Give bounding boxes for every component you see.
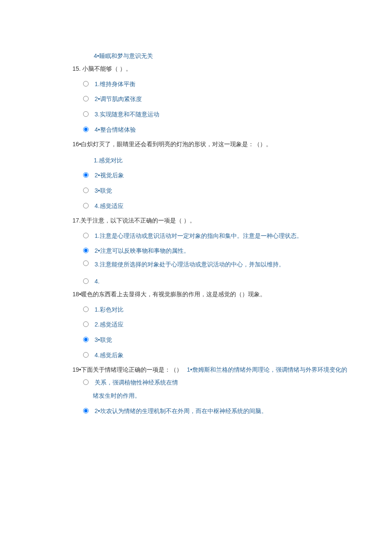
q19-option-1a: 1•詹姆斯和兰格的情绪外周理论，强调情绪与外界环境变化的: [187, 365, 347, 375]
radio-button[interactable]: [83, 379, 89, 385]
q19-text: 19•下面关于情绪理论正确的一项是：（）: [72, 365, 182, 375]
radio-button[interactable]: [83, 203, 89, 208]
radio-button[interactable]: [83, 352, 89, 358]
q15-option-3[interactable]: 3.实现随意和不随意运动: [72, 107, 392, 122]
q17-option-3[interactable]: 3.注意能使所选择的对象处于心理活动或意识活动的中心，并加以维持。: [72, 259, 392, 274]
option-label: 1.彩色对比: [95, 305, 124, 315]
option-label: 1.维持身体平衡: [95, 79, 135, 90]
q18-text: 18•暖色的东西看上去显得大，有视觉膨胀的作用，这是感觉的（）现象。: [72, 289, 392, 300]
q18-option-3[interactable]: 3•联觉: [72, 332, 392, 348]
q19-option-2[interactable]: 2•坎农认为情绪的生理机制不在外周，而在中枢神经系统的间脑。: [72, 404, 392, 419]
q17-option-1[interactable]: 1.注意是心理活动或意识活动对一定对象的指向和集中。注意是一种心理状态。: [72, 228, 392, 244]
option-label: 4•整合情绪体验: [95, 125, 136, 135]
q17-option-4[interactable]: 4.: [72, 274, 392, 289]
q19-option-1b: 关系，强调植物性神经系统在情: [95, 378, 178, 388]
option-label: 2•调节肌肉紧张度: [95, 94, 142, 104]
option-label: 2•坎农认为情绪的生理机制不在外周，而在中枢神经系统的间脑。: [95, 406, 267, 416]
option-label: 3.注意能使所选择的对象处于心理活动或意识活动的中心，并加以维持。: [95, 260, 285, 270]
q16-option-2[interactable]: 2•视觉后象: [72, 168, 392, 183]
radio-button[interactable]: [83, 96, 89, 101]
radio-button[interactable]: [83, 111, 89, 117]
radio-button[interactable]: [83, 127, 89, 132]
option-label: 2•视觉后象: [95, 171, 124, 181]
radio-button[interactable]: [83, 248, 89, 253]
radio-button[interactable]: [83, 278, 89, 284]
radio-button[interactable]: [83, 172, 89, 178]
q16-option-4[interactable]: 4.感觉适应: [72, 199, 392, 214]
option-label: 2.感觉适应: [95, 320, 124, 330]
option-label: 1.感觉对比: [94, 157, 123, 164]
option-label: 4.感觉适应: [95, 201, 124, 211]
q18-option-2[interactable]: 2.感觉适应: [72, 317, 392, 332]
q15-option-2[interactable]: 2•调节肌肉紧张度: [72, 92, 392, 107]
q14-option-4: 4•睡眠和梦与意识无关: [72, 51, 392, 61]
option-label: 4.感觉后象: [95, 350, 124, 361]
option-label: 3.实现随意和不随意运动: [95, 110, 159, 120]
option-label: 2•注意可以反映事物和事物的属性。: [95, 246, 190, 256]
q19-option-1[interactable]: 关系，强调植物性神经系统在情: [72, 378, 392, 390]
radio-button[interactable]: [83, 188, 89, 193]
radio-button[interactable]: [83, 260, 89, 266]
q15-option-4[interactable]: 4•整合情绪体验: [72, 122, 392, 138]
option-label: 3•联觉: [95, 186, 112, 196]
radio-button[interactable]: [83, 233, 89, 238]
q16-option-3[interactable]: 3•联觉: [72, 183, 392, 199]
radio-button[interactable]: [83, 321, 89, 327]
q15-text: 15. 小脑不能够（ ）。: [72, 64, 392, 74]
q18-option-4[interactable]: 4.感觉后象: [72, 348, 392, 363]
radio-button[interactable]: [83, 81, 89, 87]
radio-button[interactable]: [83, 306, 89, 312]
q18-option-1[interactable]: 1.彩色对比: [72, 302, 392, 318]
radio-button[interactable]: [83, 337, 89, 342]
q16-option-1: 1.感觉对比: [72, 156, 392, 166]
q17-option-2[interactable]: 2•注意可以反映事物和事物的属性。: [72, 243, 392, 259]
q19-option-1c: 绪发生时的作用。: [93, 392, 141, 399]
option-label: 4.: [95, 277, 100, 287]
q19-row: 19•下面关于情绪理论正确的一项是：（） 1•詹姆斯和兰格的情绪外周理论，强调情…: [72, 365, 392, 375]
option-label: 3•联觉: [95, 335, 112, 345]
option-label: 4•睡眠和梦与意识无关: [94, 52, 153, 59]
page-content: 4•睡眠和梦与意识无关 15. 小脑不能够（ ）。 1.维持身体平衡 2•调节肌…: [0, 0, 392, 419]
radio-button[interactable]: [83, 408, 89, 413]
option-label: 1.注意是心理活动或意识活动对一定对象的指向和集中。注意是一种心理状态。: [95, 231, 303, 241]
q16-text: 16•白炽灯灭了，眼睛里还会看到明亮的灯泡的形状，对这一现象是：（）。: [72, 139, 392, 150]
q15-option-1[interactable]: 1.维持身体平衡: [72, 77, 392, 92]
q17-text: 17.关于注意，以下说法不正确的一项是（ ）。: [72, 216, 392, 226]
q19-option-1c-wrap: 绪发生时的作用。: [72, 391, 392, 401]
